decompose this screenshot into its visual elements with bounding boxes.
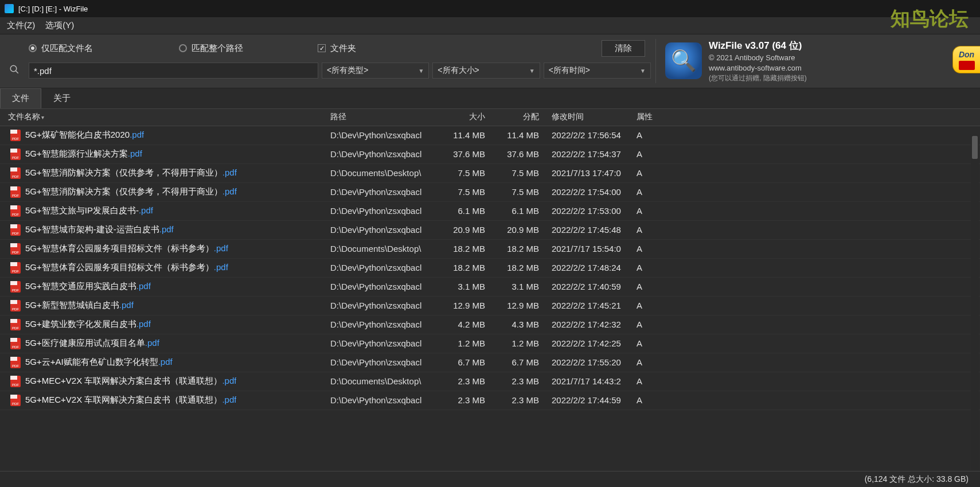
col-header-mtime[interactable]: 修改时间 [546,112,632,122]
table-row[interactable]: 5G+MEC+V2X 车联网解决方案白皮书（联通联想）.pdfD:\Dev\Py… [0,391,980,410]
table-row[interactable]: 5G+智慧文旅与IP发展白皮书-.pdfD:\Dev\Python\zsxqba… [0,202,980,221]
table-row[interactable]: 5G+云+AI赋能有色矿山数字化转型.pdfD:\Dev\Python\zsxq… [0,353,980,372]
file-alloc: 3.1 MB [492,282,546,291]
file-mtime: 2022/2/2 17:48:24 [546,263,632,272]
table-row[interactable]: 5G+MEC+V2X 车联网解决方案白皮书（联通联想）.pdfD:\Docume… [0,372,980,391]
file-ext: .pdf [159,224,174,234]
file-mtime: 2021/7/13 17:47:0 [546,168,632,178]
file-name: 5G+建筑业数字化发展白皮书.pdf [25,319,151,330]
table-row[interactable]: 5G+煤矿智能化白皮书2020.pdfD:\Dev\Python\zsxqbac… [0,126,980,145]
combo-size[interactable]: <所有大小> ▼ [432,63,540,79]
file-attr: A [632,376,663,386]
donate-label: Don [959,50,974,59]
file-size: 12.9 MB [438,301,492,310]
file-path: D:\Dev\Python\zsxqbacl [330,301,438,310]
file-attr: A [632,149,663,159]
titlebar[interactable]: [C:] [D:] [E:] - WizFile [0,0,980,17]
file-mtime: 2022/2/2 17:54:00 [546,187,632,197]
col-header-size[interactable]: 大小 [438,112,492,122]
menu-options[interactable]: 选项(Y) [45,20,74,31]
file-alloc: 18.2 MB [492,244,546,254]
search-input[interactable] [29,63,318,79]
pdf-file-icon [10,186,21,198]
check-folders[interactable]: ✓ 文件夹 [318,43,356,54]
file-size: 7.5 MB [438,168,492,178]
info-panel: 🔍 WizFile v3.07 (64 位) © 2021 Antibody S… [655,39,980,83]
tab-about[interactable]: 关于 [41,88,83,108]
file-ext: .pdf [136,281,151,291]
file-mtime: 2022/2/2 17:53:00 [546,206,632,216]
file-mtime: 2022/2/2 17:45:48 [546,225,632,235]
file-ext: .pdf [214,243,228,253]
table-row[interactable]: 5G+智慧体育公园服务项目招标文件（标书参考）.pdfD:\Dev\Python… [0,259,980,278]
pdf-file-icon [10,281,21,293]
pdf-file-icon [10,319,21,330]
file-attr: A [632,168,663,178]
chevron-down-icon: ▼ [418,68,424,74]
pdf-file-icon [10,224,21,236]
table-row[interactable]: 5G+智慧消防解决方案（仅供参考，不得用于商业）.pdfD:\Documents… [0,164,980,183]
file-size: 4.2 MB [438,320,492,329]
file-table: 文件名称 路径 大小 分配 修改时间 属性 5G+煤矿智能化白皮书2020.pd… [0,109,980,410]
combo-time[interactable]: <所有时间> ▼ [544,63,651,79]
scrollbar-thumb[interactable] [972,136,978,159]
window-title: [C:] [D:] [E:] - WizFile [18,5,88,13]
file-name: 5G+云+AI赋能有色矿山数字化转型.pdf [25,357,173,368]
app-url[interactable]: www.antibody-software.com [709,63,807,73]
file-path: D:\Dev\Python\zsxqbacl [330,338,438,348]
file-ext: .pdf [145,338,159,348]
filter-row: 仅匹配文件名 匹配整个路径 ✓ 文件夹 清除 [29,39,651,57]
table-row[interactable]: 5G+智慧体育公园服务项目招标文件（标书参考）.pdfD:\Documents\… [0,240,980,259]
table-row[interactable]: 5G+智慧城市架构-建设-运营白皮书.pdfD:\Dev\Python\zsxq… [0,221,980,240]
table-row[interactable]: 5G+新型智慧城镇白皮书.pdfD:\Dev\Python\zsxqbacl12… [0,297,980,315]
table-row[interactable]: 5G+智慧消防解决方案（仅供参考，不得用于商业）.pdfD:\Dev\Pytho… [0,183,980,202]
file-name: 5G+智慧文旅与IP发展白皮书-.pdf [25,205,153,216]
col-header-name[interactable]: 文件名称 [0,112,330,122]
file-name: 5G+智慧城市架构-建设-运营白皮书.pdf [25,224,174,235]
table-row[interactable]: 5G+建筑业数字化发展白皮书.pdfD:\Dev\Python\zsxqbacl… [0,315,980,334]
credit-card-icon [959,61,975,70]
col-header-path[interactable]: 路径 [330,112,438,122]
file-size: 18.2 MB [438,263,492,272]
pdf-file-icon [10,205,21,217]
svg-point-0 [10,65,17,72]
file-alloc: 20.9 MB [492,225,546,235]
col-header-attr[interactable]: 属性 [632,112,663,122]
file-mtime: 2022/2/2 17:42:32 [546,320,632,329]
file-attr: A [632,225,663,235]
file-ext: .pdf [139,205,153,215]
status-text: (6,124 文件 总大小: 33.8 GB) [865,474,969,485]
file-path: D:\Dev\Python\zsxqbacl [330,187,438,197]
radio-match-path[interactable]: 匹配整个路径 [179,43,243,54]
tab-files[interactable]: 文件 [0,88,41,108]
combo-type[interactable]: <所有类型> ▼ [322,63,429,79]
file-alloc: 6.1 MB [492,206,546,216]
menubar: 文件(Z) 选项(Y) [0,17,980,34]
file-mtime: 2021/7/17 14:43:2 [546,376,632,386]
file-name: 5G+新型智慧城镇白皮书.pdf [25,300,134,311]
radio-match-filename-label: 仅匹配文件名 [41,43,93,54]
menu-file[interactable]: 文件(Z) [7,20,35,31]
table-row[interactable]: 5G+智慧能源行业解决方案.pdfD:\Dev\Python\zsxqbacl3… [0,145,980,164]
app-logo-icon: 🔍 [665,42,702,79]
table-row[interactable]: 5G+智慧交通应用实践白皮书.pdfD:\Dev\Python\zsxqbacl… [0,278,980,297]
table-row[interactable]: 5G+医疗健康应用试点项目名单.pdfD:\Dev\Python\zsxqbac… [0,334,980,353]
pdf-file-icon [10,149,21,160]
vertical-scrollbar[interactable] [971,135,979,470]
col-header-alloc[interactable]: 分配 [492,112,546,122]
file-name: 5G+智慧能源行业解决方案.pdf [25,149,142,159]
file-ext: .pdf [158,357,173,367]
file-size: 3.1 MB [438,282,492,291]
file-alloc: 1.2 MB [492,338,546,348]
file-alloc: 2.3 MB [492,395,546,405]
file-alloc: 18.2 MB [492,263,546,272]
file-name: 5G+医疗健康应用试点项目名单.pdf [25,338,159,349]
clear-button[interactable]: 清除 [602,40,645,57]
file-attr: A [632,263,663,272]
radio-match-filename[interactable]: 仅匹配文件名 [29,43,93,54]
file-path: D:\Documents\Desktop\ [330,168,438,178]
chevron-down-icon: ▼ [640,68,646,74]
file-size: 2.3 MB [438,376,492,386]
donate-button[interactable]: Don [952,46,980,73]
pdf-file-icon [10,376,21,387]
